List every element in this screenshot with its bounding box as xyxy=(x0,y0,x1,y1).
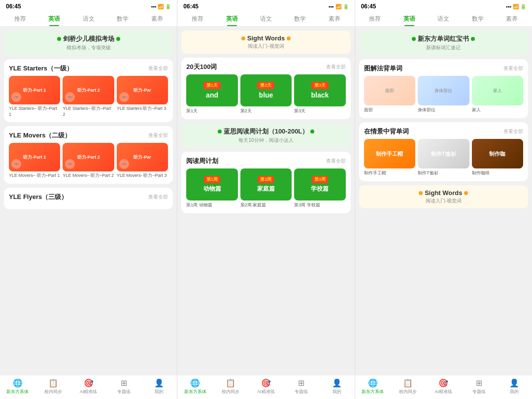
banner-title: 新东方单词红宝书 xyxy=(365,34,522,43)
bottom-tab-AI精准练[interactable]: 🎯 AI精准练 xyxy=(71,378,106,395)
bottom-tab-icon: 👤 xyxy=(509,378,519,388)
bottom-tab-校内同步[interactable]: 📋 校内同步 xyxy=(391,378,426,395)
sight-word: black xyxy=(311,91,329,99)
nav-tab-推荐[interactable]: 推荐 xyxy=(358,13,392,26)
list-item[interactable]: 听力-Part 2 👓 YLE Starters– 听力–Part 2 xyxy=(63,76,114,117)
list-item[interactable]: 面部 面部 xyxy=(364,76,415,113)
vocab-name: 身体部位 xyxy=(418,107,469,113)
vocab-name: 面部 xyxy=(364,107,415,113)
status-icons: ▪▪▪ 📶 🔋 xyxy=(329,4,349,9)
sub-banner[interactable]: 蓝思阅读周计划（100-200L） 每天10分钟，阅读小达人 xyxy=(181,123,350,148)
bottom-tab-label: 校内同步 xyxy=(399,389,417,395)
list-item[interactable]: 身体部位 身体部位 xyxy=(418,76,469,113)
bottom-tab-AI精准练[interactable]: 🎯 AI精准练 xyxy=(248,378,284,395)
lesson-label: 听力-Part 2 xyxy=(77,87,100,94)
bottom-tab-AI精准练[interactable]: 🎯 AI精准练 xyxy=(426,378,461,395)
section-more[interactable]: 查看全部 xyxy=(503,65,523,72)
banner-banner1[interactable]: 剑桥少儿模拟考场 模拟考场，专项突破 xyxy=(4,31,173,55)
list-item[interactable]: 制作咖 制作咖啡 xyxy=(472,139,523,176)
section-more[interactable]: 查看全部 xyxy=(148,65,168,72)
sub-banner[interactable]: Sight Words 阅读入门-视觉词 xyxy=(359,185,528,208)
nav-tab-素养[interactable]: 素养 xyxy=(140,13,174,26)
status-time: 06:45 xyxy=(6,3,21,10)
list-item[interactable]: 听力-Par 👓 YLE Starters 听力–Part 3 xyxy=(117,76,168,117)
nav-tab-数学[interactable]: 数学 xyxy=(105,13,139,26)
list-item[interactable]: 第1天 and 第1天 xyxy=(186,74,237,114)
list-item[interactable]: 第2天 blue 第2天 xyxy=(240,74,292,114)
list-item[interactable]: 制作T恤衫 制作T恤衫 xyxy=(418,139,469,176)
status-bar: 06:45 ▪▪▪ 📶 🔋 xyxy=(177,0,354,11)
bottom-tab-我的[interactable]: 👤 我的 xyxy=(319,378,355,395)
battery-icon: 🔋 xyxy=(343,4,349,9)
bottom-tab-label: AI精准练 xyxy=(435,389,453,395)
banner-subtitle: 模拟考场，专项突破 xyxy=(10,44,167,51)
bottom-tab-label: AI精准练 xyxy=(80,389,98,395)
nav-tab-语文[interactable]: 语文 xyxy=(249,13,283,26)
bottom-tab-专题练[interactable]: ⊞ 专题练 xyxy=(461,378,497,395)
bottom-tab-label: 我的 xyxy=(510,389,519,395)
cards-row: 听力-Part 1 👓 YLE Movers– 听力–Part 1 听力-Par… xyxy=(9,143,168,179)
nav-tab-推荐[interactable]: 推荐 xyxy=(180,13,214,26)
content-area: 新东方单词红宝书 新课标词汇速记 图解法背单词 查看全部 面部 面部 身体部位 xyxy=(355,27,532,375)
lesson-name: YLE Starters– 听力–Part 2 xyxy=(63,106,114,117)
nav-tab-英语[interactable]: 英语 xyxy=(37,13,71,26)
lesson-thumbnail: 听力-Part 2 👓 xyxy=(63,76,114,104)
status-time: 06:45 xyxy=(361,3,376,10)
section-more[interactable]: 查看全部 xyxy=(503,128,523,135)
section-more[interactable]: 查看全部 xyxy=(148,194,168,200)
nav-tab-英语[interactable]: 英语 xyxy=(215,13,249,26)
week-word: 动物篇 xyxy=(203,185,221,193)
nav-tab-数学[interactable]: 数学 xyxy=(461,13,495,26)
banner-title-text: 新东方单词红宝书 xyxy=(418,34,469,43)
section-vocab-picture: 图解法背单词 查看全部 面部 面部 身体部位 身体部位 家人 xyxy=(359,59,528,118)
bottom-tab-新东方系体[interactable]: 🌐 新东方系体 xyxy=(0,378,35,395)
section-more[interactable]: 查看全部 xyxy=(326,64,346,70)
bottom-tab-icon: ⊞ xyxy=(298,378,304,388)
nav-tab-英语[interactable]: 英语 xyxy=(392,13,426,26)
bottom-tab-专题练[interactable]: ⊞ 专题练 xyxy=(106,378,142,395)
banner-banner-sight[interactable]: Sight Words 阅读入门-视觉词 xyxy=(181,31,350,54)
nav-tab-语文[interactable]: 语文 xyxy=(427,13,461,26)
bottom-tab-icon: 📋 xyxy=(48,378,58,388)
list-item[interactable]: 家人 家人 xyxy=(472,76,523,113)
section-more[interactable]: 查看全部 xyxy=(326,158,346,165)
list-item[interactable]: 第3天 black 第3天 xyxy=(294,74,345,114)
section-more[interactable]: 查看全部 xyxy=(148,132,168,139)
bottom-tab-校内同步[interactable]: 📋 校内同步 xyxy=(35,378,71,395)
vocab-img-placeholder: 身体部位 xyxy=(434,88,452,94)
bottom-tab-我的[interactable]: 👤 我的 xyxy=(141,378,177,395)
list-item[interactable]: 听力-Part 1 👓 YLE Movers– 听力–Part 1 xyxy=(9,143,60,179)
week-label: 第3周 xyxy=(312,176,328,183)
section-days-100: 20天100词 查看全部 第1天 and 第1天 第2天 blue 第2天 xyxy=(181,58,350,119)
section-yle-flyers: YLE Flyers（三级） 查看全部 xyxy=(4,188,173,209)
list-item[interactable]: 听力-Part 2 👓 YLE Movers– 听力–Part 2 xyxy=(63,143,114,179)
nav-tab-推荐[interactable]: 推荐 xyxy=(3,13,37,26)
banner-banner-xdf[interactable]: 新东方单词红宝书 新课标词汇速记 xyxy=(359,31,528,55)
context-thumbnail: 制作咖 xyxy=(472,139,523,168)
banner-title: 剑桥少儿模拟考场 xyxy=(10,34,167,43)
bottom-tab-专题练[interactable]: ⊞ 专题练 xyxy=(284,378,319,395)
bottom-tab-icon: 🌐 xyxy=(368,378,378,388)
list-item[interactable]: 听力-Part 1 👓 YLE Starters– 听力–Part 1 xyxy=(9,76,60,117)
nav-tab-语文[interactable]: 语文 xyxy=(71,13,105,26)
nav-tab-数学[interactable]: 数学 xyxy=(283,13,317,26)
sub-banner-dot-left xyxy=(419,191,423,195)
week-thumbnail: 第3周 学校篇 xyxy=(294,168,345,200)
bottom-tab-新东方系体[interactable]: 🌐 新东方系体 xyxy=(177,378,213,395)
nav-tab-素养[interactable]: 素养 xyxy=(317,13,351,26)
list-item[interactable]: 制作手工帽 制作手工帽 xyxy=(364,139,415,176)
vocab-thumbnail: 身体部位 xyxy=(418,76,469,105)
bottom-tab-校内同步[interactable]: 📋 校内同步 xyxy=(213,378,248,395)
content-area: 剑桥少儿模拟考场 模拟考场，专项突破 YLE Starters（一级） 查看全部… xyxy=(0,27,177,375)
list-item[interactable]: 第1周 动物篇 第1周 动物篇 xyxy=(186,168,237,208)
list-item[interactable]: 听力-Par 👓 YLE Movers- 听力–Part 3 xyxy=(117,143,168,179)
list-item[interactable]: 第3周 学校篇 第3周 学校篇 xyxy=(294,168,345,208)
bottom-tab-我的[interactable]: 👤 我的 xyxy=(497,378,532,395)
nav-tab-素养[interactable]: 素养 xyxy=(495,13,529,26)
context-name: 制作T恤衫 xyxy=(418,170,469,176)
bottom-tab-label: 我的 xyxy=(155,389,164,395)
vocab-img-placeholder: 家人 xyxy=(493,88,502,94)
sub-banner-subtitle: 每天10分钟，阅读小达人 xyxy=(187,137,344,144)
list-item[interactable]: 第2周 家庭篇 第2周 家庭篇 xyxy=(240,168,292,208)
bottom-tab-新东方系体[interactable]: 🌐 新东方系体 xyxy=(355,378,391,395)
